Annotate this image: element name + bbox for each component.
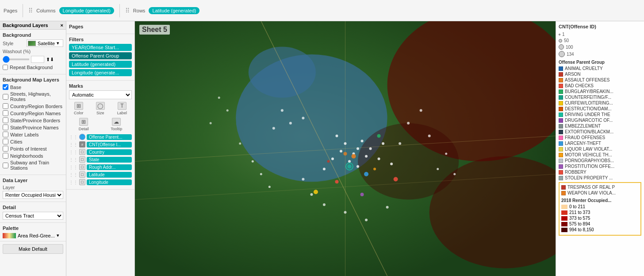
svg-point-52 [437,168,439,170]
layer-country-borders-checkbox[interactable] [3,103,8,109]
palette-title: Palette [3,225,63,231]
pages-label: Pages [4,8,17,13]
svg-point-20 [331,158,334,160]
layer-subway-checkbox[interactable] [3,163,8,168]
svg-point-18 [356,165,359,168]
cnt-icon: # [79,141,85,148]
palette-dropdown-icon[interactable]: ▾ [57,233,59,238]
main-area: Background Layers × Background Style Sat… [0,21,644,276]
label-animal-cruelty: ANIMAL CRUELTY [565,66,603,71]
svg-point-25 [352,154,356,159]
svg-point-5 [358,123,459,200]
svg-point-21 [335,135,338,137]
rows-pill[interactable]: Latitude (generated) [149,7,199,14]
layer-streets-checkbox[interactable] [3,94,8,100]
label-drug: DRUG/NARCOTIC OF... [565,118,613,123]
renter-item-4: 575 to 894 [561,222,639,226]
svg-point-33 [347,164,352,169]
filters-section: Filters YEAR(Offense Start... Offense Pa… [66,34,134,81]
color-assault [559,78,563,82]
label-destruction: DESTRUCTION/DAM... [565,106,612,111]
dots-icon2: ⋮⋮ [69,142,78,147]
svg-point-42 [323,203,326,206]
close-icon[interactable]: × [61,23,63,28]
washout-slider[interactable] [3,58,29,60]
offense-parent-pill[interactable]: Offense Parent... [87,134,132,140]
size-circle-134 [559,51,565,57]
columns-pill[interactable]: Longitude (generated) [59,7,114,14]
country-pill[interactable]: Country [87,149,132,155]
marks-field-latitude: ⋮⋮ □ Latitude [69,171,132,178]
detail-select[interactable]: Census Tract [3,212,63,220]
filter-longitude[interactable]: Longitude (generate... [69,69,132,76]
filter-offense-group[interactable]: Offense Parent Group [69,52,132,59]
layer-poi-checkbox[interactable] [3,146,8,152]
dots-icon7: ⋮⋮ [69,180,78,185]
marks-size-btn[interactable]: ◯ Size [96,102,105,115]
map-area[interactable]: Sheet 5 [135,21,556,276]
palette-section: Palette Area Red-Gree... ▾ [0,223,66,241]
svg-point-29 [314,190,318,194]
renter-label-3: 373 to 575 [569,216,590,221]
label-counterfeiting: COUNTERFEITING/F... [565,95,611,100]
layer-state-names-checkbox[interactable] [3,124,8,130]
style-value: Satellite [38,41,55,46]
marks-tooltip-btn[interactable]: ☁ Tooltip [111,118,122,131]
color-weapon [561,191,566,195]
layer-base-checkbox[interactable] [3,84,8,90]
svg-point-19 [378,158,380,160]
svg-point-38 [407,122,410,124]
rows-drag-icon: ⠿ [125,7,130,14]
filter-year[interactable]: YEAR(Offense Start... [69,44,132,51]
longitude-pill[interactable]: Longitude [87,179,132,185]
box-icon4: □ [79,171,85,178]
washout-input[interactable]: 0 [31,56,44,63]
marks-color-btn[interactable]: ⊞ Color [74,102,84,115]
detail-section: Detail Census Tract [0,202,66,223]
layer-state-borders-checkbox[interactable] [3,117,8,123]
renter-item-2: 211 to 373 [561,210,639,215]
size-legend-50: 50 [559,38,641,43]
marks-icons-row1: ⊞ Color ◯ Size T Label [69,102,132,115]
legend-stolen: STOLEN PROPERTY ... [559,175,641,180]
label-prostitution: PROSTITUTION OFFE... [565,164,614,169]
layer-country-names-checkbox[interactable] [3,110,8,116]
make-default-button[interactable]: Make Default [3,244,63,254]
layer-streets: Streets, Highways, Routes [3,91,63,102]
svg-point-12 [348,160,351,163]
palette-value: Area Red-Gree... [18,233,55,238]
washout-row: Washout (%) [3,49,63,54]
svg-point-50 [268,186,271,188]
marks-label-btn[interactable]: T Label [117,102,127,115]
color-motor-vehicle [559,153,563,157]
layer-select[interactable]: Renter Occupied Housing Units [3,191,63,199]
state-pill[interactable]: State [87,157,132,163]
chevron-down-icon: ▾ [57,40,59,46]
marks-type-select[interactable]: Automatic [69,90,132,99]
layer-water-checkbox[interactable] [3,132,8,137]
marks-title: Marks [69,83,132,89]
cnt-offense-pill[interactable]: CNT(Offense I... [87,142,132,148]
filter-latitude[interactable]: Latitude (generated) [69,61,132,68]
washout-arrows[interactable]: ⬆⬇ [46,57,54,62]
style-select[interactable]: Satellite ▾ [27,39,63,47]
legend-weapon: WEAPON LAW VIOLA... [561,190,639,195]
svg-point-51 [239,143,241,145]
repeat-background-checkbox[interactable] [3,65,8,70]
color-liquor [559,147,563,152]
marks-detail-btn[interactable]: ⊞ Detail [79,118,89,131]
svg-point-41 [399,142,401,145]
color-legend-title: Offense Parent Group [559,60,641,65]
dots-icon6: ⋮⋮ [69,172,78,177]
detail-label: Detail [79,127,89,131]
latitude-pill[interactable]: Latitude [87,172,132,178]
layer-cities-checkbox[interactable] [3,139,8,144]
dots-icon3: ⋮⋮ [69,150,78,155]
rough-addr-pill[interactable]: Rough Addr... [87,164,132,170]
layer-neighborhoods-checkbox[interactable] [3,153,8,159]
tooltip-label: Tooltip [111,127,122,131]
legend-size-title: CNT(Offense ID) [559,24,641,29]
color-extortion [559,130,563,134]
legend-larceny: LARCENY-THEFT [559,141,641,146]
data-layer-title: Data Layer [3,178,63,183]
